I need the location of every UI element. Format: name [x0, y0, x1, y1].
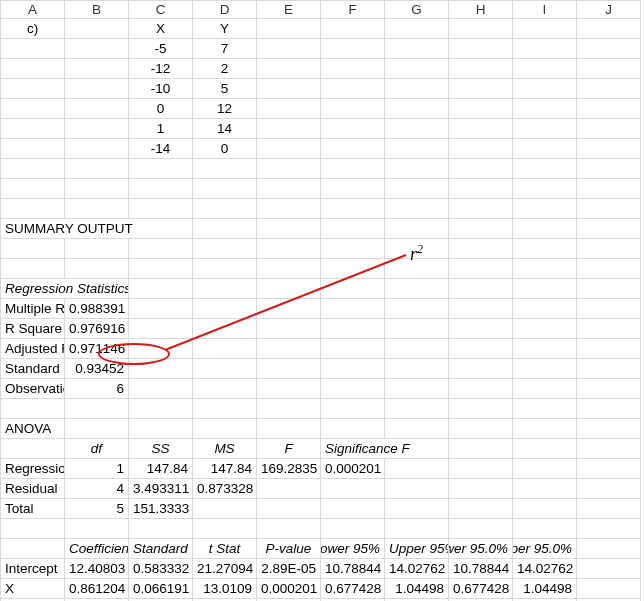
- coef-header[interactable]: Lower 95%: [321, 539, 385, 559]
- cell[interactable]: [321, 119, 385, 139]
- cell[interactable]: [257, 139, 321, 159]
- x-val[interactable]: -14: [129, 139, 193, 159]
- cell[interactable]: [385, 479, 449, 499]
- cell[interactable]: [385, 299, 449, 319]
- cell[interactable]: [257, 259, 321, 279]
- cell[interactable]: [513, 179, 577, 199]
- cell[interactable]: [193, 219, 257, 239]
- cell[interactable]: [193, 359, 257, 379]
- cell[interactable]: [449, 219, 513, 239]
- cell[interactable]: [129, 199, 193, 219]
- coef-cell[interactable]: 0.677428: [321, 579, 385, 599]
- cell[interactable]: [257, 159, 321, 179]
- cell[interactable]: [1, 59, 65, 79]
- cell[interactable]: [385, 419, 449, 439]
- cell[interactable]: [577, 419, 641, 439]
- cell[interactable]: [129, 359, 193, 379]
- cell[interactable]: [257, 339, 321, 359]
- stat-value-rsquare[interactable]: 0.976916: [65, 319, 129, 339]
- y-val[interactable]: 7: [193, 39, 257, 59]
- cell[interactable]: [1, 119, 65, 139]
- cell[interactable]: [321, 519, 385, 539]
- anova-header-ms[interactable]: MS: [193, 439, 257, 459]
- col-header[interactable]: D: [193, 1, 257, 19]
- anova-cell[interactable]: 4: [65, 479, 129, 499]
- anova-cell[interactable]: [257, 499, 321, 519]
- cell[interactable]: [513, 199, 577, 219]
- cell[interactable]: [449, 39, 513, 59]
- cell[interactable]: [449, 379, 513, 399]
- cell[interactable]: [577, 379, 641, 399]
- cell[interactable]: [1, 399, 65, 419]
- coef-row-label[interactable]: X: [1, 579, 65, 599]
- reg-stats-title[interactable]: Regression Statistics: [1, 279, 129, 299]
- anova-cell[interactable]: 147.84: [193, 459, 257, 479]
- cell[interactable]: [577, 399, 641, 419]
- coef-cell[interactable]: 0.000201: [257, 579, 321, 599]
- cell[interactable]: [577, 339, 641, 359]
- cell[interactable]: [321, 39, 385, 59]
- cell[interactable]: [577, 259, 641, 279]
- cell[interactable]: [449, 239, 513, 259]
- x-val[interactable]: 1: [129, 119, 193, 139]
- cell[interactable]: [129, 399, 193, 419]
- cell[interactable]: [321, 299, 385, 319]
- cell[interactable]: [1, 239, 65, 259]
- cell[interactable]: [385, 459, 449, 479]
- cell[interactable]: [1, 139, 65, 159]
- coef-header[interactable]: P-value: [257, 539, 321, 559]
- cell[interactable]: [321, 159, 385, 179]
- cell[interactable]: [513, 499, 577, 519]
- coef-header[interactable]: Standard Error: [129, 539, 193, 559]
- cell[interactable]: [577, 39, 641, 59]
- coef-cell[interactable]: 14.02762: [513, 559, 577, 579]
- anova-cell[interactable]: 5: [65, 499, 129, 519]
- cell[interactable]: [193, 279, 257, 299]
- cell[interactable]: [193, 299, 257, 319]
- cell[interactable]: [449, 519, 513, 539]
- cell[interactable]: [513, 99, 577, 119]
- cell[interactable]: [65, 39, 129, 59]
- anova-cell[interactable]: 169.2835: [257, 459, 321, 479]
- cell[interactable]: [385, 99, 449, 119]
- cell[interactable]: [449, 59, 513, 79]
- cell[interactable]: [193, 319, 257, 339]
- coef-cell[interactable]: 0.066191: [129, 579, 193, 599]
- cell[interactable]: [193, 339, 257, 359]
- cell[interactable]: [385, 139, 449, 159]
- cell[interactable]: [129, 379, 193, 399]
- cell[interactable]: [65, 79, 129, 99]
- cell[interactable]: [65, 239, 129, 259]
- cell[interactable]: [449, 159, 513, 179]
- cell[interactable]: [385, 219, 449, 239]
- cell[interactable]: [385, 199, 449, 219]
- coef-cell[interactable]: 10.78844: [321, 559, 385, 579]
- cell[interactable]: [193, 379, 257, 399]
- y-val[interactable]: 2: [193, 59, 257, 79]
- cell[interactable]: [193, 239, 257, 259]
- cell[interactable]: [513, 119, 577, 139]
- anova-row-label[interactable]: Regression: [1, 459, 65, 479]
- cell[interactable]: [321, 199, 385, 219]
- cell[interactable]: [321, 239, 385, 259]
- cell[interactable]: [321, 419, 385, 439]
- y-val[interactable]: 14: [193, 119, 257, 139]
- section-label[interactable]: c): [1, 19, 65, 39]
- cell[interactable]: [257, 379, 321, 399]
- cell[interactable]: [257, 199, 321, 219]
- cell[interactable]: [129, 319, 193, 339]
- cell[interactable]: [449, 319, 513, 339]
- cell[interactable]: [577, 59, 641, 79]
- cell[interactable]: [449, 139, 513, 159]
- cell[interactable]: [321, 79, 385, 99]
- cell[interactable]: [577, 199, 641, 219]
- cell[interactable]: [577, 99, 641, 119]
- cell[interactable]: [385, 39, 449, 59]
- cell[interactable]: [449, 419, 513, 439]
- cell[interactable]: [449, 79, 513, 99]
- cell[interactable]: [449, 299, 513, 319]
- x-val[interactable]: -5: [129, 39, 193, 59]
- cell[interactable]: [257, 19, 321, 39]
- stat-label[interactable]: Multiple R: [1, 299, 65, 319]
- coef-header[interactable]: Coefficients: [65, 539, 129, 559]
